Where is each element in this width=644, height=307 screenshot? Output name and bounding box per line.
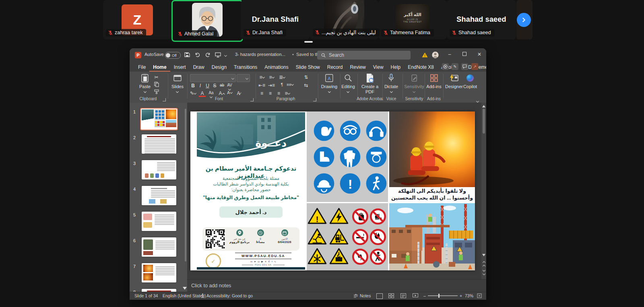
tab-endnote-x8[interactable]: EndNote X8 <box>404 63 438 72</box>
align-right-button[interactable]: ≡ <box>275 91 282 96</box>
tab-transitions[interactable]: Transitions <box>230 63 261 72</box>
redo-icon[interactable] <box>205 52 211 58</box>
font-color-button[interactable]: A <box>199 91 206 97</box>
justify-button[interactable]: ≡ <box>284 91 291 96</box>
double-strike-button[interactable]: ab <box>219 83 225 87</box>
previous-slide-button[interactable] <box>482 260 486 268</box>
participant-tile-shahad-saeed[interactable]: Shahad saeedShahad saeed <box>447 0 516 39</box>
tab-design[interactable]: Design <box>208 63 230 72</box>
slideshow-view-button[interactable] <box>413 293 418 298</box>
normal-view-button[interactable] <box>376 293 383 299</box>
copy-icon[interactable] <box>153 82 160 88</box>
tab-animations[interactable]: Animations <box>261 63 292 72</box>
thumbnail-scrollbar[interactable] <box>185 109 186 262</box>
accessibility-status[interactable]: Accessibility: Good to go <box>206 293 253 298</box>
change-case-button[interactable]: Aa <box>208 91 215 99</box>
increase-indent-button[interactable]: ⇥≡ <box>268 82 275 88</box>
close-button[interactable]: ✕ <box>476 52 483 57</box>
start-slideshow-icon[interactable] <box>215 52 221 58</box>
notes-placeholder[interactable]: Click to add notes <box>191 283 231 288</box>
zoom-in-button[interactable]: + <box>460 293 462 298</box>
language-indicator[interactable]: English (United States) <box>163 293 206 298</box>
inking-icon[interactable]: ✎ <box>452 63 458 70</box>
zoom-slider-thumb[interactable] <box>438 294 440 298</box>
cut-icon[interactable]: ✂ <box>153 74 160 80</box>
thumbnail-scroll-down-icon[interactable] <box>183 287 187 290</box>
text-direction-button[interactable]: ⇆ <box>303 82 310 88</box>
slide-thumbnail-2[interactable] <box>142 134 176 154</box>
notes-pane[interactable]: Click to add notes <box>187 279 486 292</box>
notes-toggle[interactable]: Notes <box>360 293 371 298</box>
save-icon[interactable] <box>184 52 190 58</box>
record-meeting-icon[interactable] <box>442 63 449 70</box>
paragraph-marks-button[interactable]: ¶ <box>279 82 285 87</box>
slide-thumbnail-1[interactable] <box>140 108 178 130</box>
slide-scrollbar[interactable] <box>481 103 486 280</box>
undo-icon[interactable] <box>194 52 200 58</box>
zoom-out-button[interactable]: – <box>423 293 426 298</box>
sort-button[interactable]: ⇅ <box>303 74 310 80</box>
strip-drag-handle[interactable] <box>304 41 313 43</box>
next-slide-button[interactable] <box>482 269 486 276</box>
create-pdf-button[interactable]: Create a PDF <box>359 73 381 95</box>
italic-button[interactable]: I <box>197 83 204 89</box>
scroll-up-icon[interactable] <box>482 103 486 107</box>
scroll-down-icon[interactable] <box>482 252 486 256</box>
tab-slide-show[interactable]: Slide Show <box>292 63 324 72</box>
format-painter-icon[interactable] <box>153 89 160 95</box>
slide-thumbnail-3[interactable] <box>142 160 176 179</box>
paste-button[interactable]: Paste <box>139 73 151 95</box>
participant-tile-ahmed-galal[interactable]: Ahmed Galal <box>171 0 243 42</box>
slides-button[interactable]: Slides <box>171 73 184 95</box>
tab-file[interactable]: File <box>134 63 149 72</box>
account-avatar[interactable] <box>432 52 439 58</box>
columns-button[interactable]: ≡≡ <box>287 82 293 87</box>
list-level-button[interactable]: ≣ <box>279 74 285 80</box>
zoom-level[interactable]: 73% <box>465 293 473 298</box>
clipboard-dialog-launcher[interactable] <box>163 98 166 101</box>
underline-button[interactable]: U <box>204 83 211 89</box>
slide-thumbnail-5[interactable] <box>142 212 176 231</box>
scrollbar-thumb[interactable] <box>483 109 485 134</box>
participant-tile---------------------------[interactable]: ليلى بنت الهادي بن نجيم... <box>310 0 378 39</box>
fit-slide-button[interactable] <box>477 293 482 298</box>
align-center-button[interactable]: ≡ <box>267 91 274 96</box>
copilot-button[interactable]: Copilot <box>463 73 477 89</box>
decrease-indent-button[interactable]: ⇤≡ <box>258 82 265 88</box>
search-input[interactable]: Search <box>317 51 411 60</box>
tab-record[interactable]: Record <box>324 63 347 72</box>
participant-tile-zahraa-tarek[interactable]: Zzahraa tarek <box>103 0 171 39</box>
bullets-button[interactable]: ≡ <box>258 74 265 80</box>
reading-view-button[interactable] <box>400 293 406 298</box>
font-size-combo[interactable] <box>237 74 250 82</box>
clear-formatting-button[interactable]: A̷ <box>235 91 242 96</box>
drawing-button[interactable]: A Drawing <box>321 73 337 95</box>
bold-button[interactable]: B <box>190 83 196 89</box>
tab-help[interactable]: Help <box>387 63 405 72</box>
participant-tile-dr-jana-shafi[interactable]: Dr.Jana ShafiDr.Jana Shafi <box>241 0 310 39</box>
tab-draw[interactable]: Draw <box>190 63 208 72</box>
designer-button[interactable]: Designer <box>445 73 463 89</box>
align-left-button[interactable]: ≡ <box>258 91 265 96</box>
share-icon[interactable]: ↗ <box>471 63 478 70</box>
zoom-slider[interactable] <box>428 295 458 296</box>
slide-sorter-view-button[interactable] <box>388 293 394 298</box>
slide-1-canvas[interactable]: دعــوة تدعوكم جـامعة الأمير سطام بن عبدا… <box>190 111 475 270</box>
numbering-button[interactable]: ≡ <box>268 74 275 80</box>
comments-icon[interactable] <box>461 63 468 70</box>
tab-view[interactable]: View <box>369 63 387 72</box>
strikethrough-button[interactable]: S <box>211 83 218 89</box>
next-participants-button[interactable] <box>517 13 531 27</box>
autosave-toggle[interactable]: Off <box>165 52 181 59</box>
maximize-button[interactable] <box>461 52 468 57</box>
shrink-font-button[interactable]: A <box>226 91 233 95</box>
tab-home[interactable]: Home <box>149 63 170 72</box>
warning-icon[interactable]: ! <box>422 52 428 58</box>
quickaccess-chevron-icon[interactable] <box>225 53 227 58</box>
font-name-combo[interactable] <box>190 74 236 82</box>
font-dialog-launcher[interactable] <box>250 98 254 101</box>
text-highlight-button[interactable]: ✎ <box>190 91 196 96</box>
add-ins-button[interactable]: Add-ins <box>426 73 441 89</box>
tab-review[interactable]: Review <box>346 63 369 72</box>
participant-tile-tahmeena-fatima[interactable]: الله أكبرALLAH ISTHE GREATESTTahmeena Fa… <box>378 0 447 39</box>
